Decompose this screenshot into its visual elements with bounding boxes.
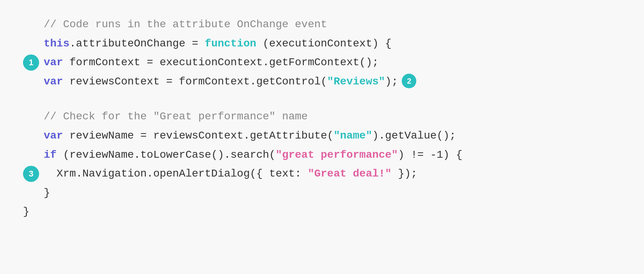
normal-2a: .attributeOnChange = xyxy=(69,35,205,53)
string-great-performance: "great performance" xyxy=(276,146,398,164)
normal-8b: }); xyxy=(391,165,417,183)
code-line-9: } xyxy=(23,184,621,202)
keyword-if: if xyxy=(44,146,57,164)
badge-3: 3 xyxy=(23,166,39,182)
comment-1: // Code runs in the attribute OnChange e… xyxy=(44,15,327,34)
code-line-10: } xyxy=(23,203,621,221)
string-reviews: "Reviews" xyxy=(327,73,385,91)
normal-4a: reviewsContext = formContext.getControl( xyxy=(63,73,327,91)
normal-6a: reviewName = reviewsContext.getAttribute… xyxy=(63,127,334,145)
normal-7b: ) != -1) { xyxy=(398,146,462,164)
code-line-1: // Code runs in the attribute OnChange e… xyxy=(23,15,621,34)
normal-4b: ); xyxy=(385,73,398,91)
comment-2: // Check for the "Great performance" nam… xyxy=(44,107,308,126)
keyword-this: this xyxy=(44,35,69,53)
code-line-8: 3 Xrm.Navigation.openAlertDialog({ text:… xyxy=(23,165,621,183)
normal-3: formContext = executionContext.getFormCo… xyxy=(63,53,378,72)
code-line-empty-1 xyxy=(23,91,621,107)
keyword-var-2: var xyxy=(44,73,63,91)
code-line-3: 1 var formContext = executionContext.get… xyxy=(23,53,621,72)
normal-8a: Xrm.Navigation.openAlertDialog({ text: xyxy=(44,165,308,183)
code-line-4: var reviewsContext = formContext.getCont… xyxy=(23,73,621,91)
badge-1: 1 xyxy=(23,54,39,71)
normal-7a: (reviewName.toLowerCase().search( xyxy=(57,146,276,164)
close-brace-2: } xyxy=(23,203,30,221)
code-line-6: var reviewName = reviewsContext.getAttri… xyxy=(23,127,621,145)
badge-2: 2 xyxy=(402,74,416,88)
code-line-2: this.attributeOnChange = function (execu… xyxy=(23,35,621,53)
code-line-7: if (reviewName.toLowerCase().search("gre… xyxy=(23,146,621,164)
normal-6b: ).getValue(); xyxy=(372,127,456,145)
normal-2b: (executionContext) { xyxy=(256,35,392,53)
code-block: // Code runs in the attribute OnChange e… xyxy=(0,0,644,237)
string-great-deal: "Great deal!" xyxy=(308,165,391,183)
keyword-function: function xyxy=(205,35,256,53)
close-brace-1: } xyxy=(44,184,50,202)
code-line-5: // Check for the "Great performance" nam… xyxy=(23,107,621,126)
string-name: "name" xyxy=(334,127,372,145)
keyword-var-3: var xyxy=(44,127,63,145)
keyword-var-1: var xyxy=(44,53,63,72)
